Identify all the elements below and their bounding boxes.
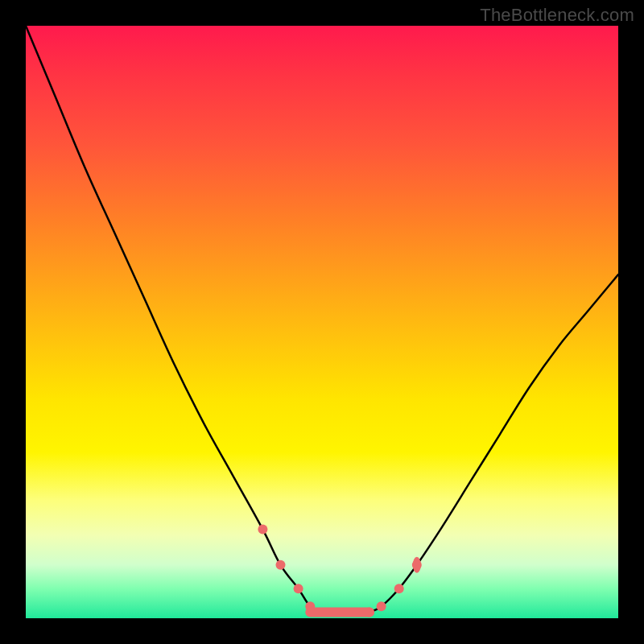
chart-curves-group <box>26 26 618 617</box>
dot-smear-icon <box>413 557 421 573</box>
dot-right-highlight-dots <box>377 601 386 611</box>
curve-right-curve <box>369 275 618 612</box>
watermark-label: TheBottleneck.com <box>480 5 634 26</box>
dot-left-highlight-dots <box>294 584 303 593</box>
dot-right-highlight-dots <box>394 584 404 593</box>
chart-frame: TheBottleneck.com <box>0 0 644 644</box>
dot-left-highlight-dots <box>276 560 286 570</box>
dot-left-highlight-dots <box>258 525 267 535</box>
chart-svg <box>26 26 618 618</box>
plot-area <box>26 26 618 618</box>
band-bottom-band <box>305 608 374 617</box>
curve-left-curve <box>26 26 322 613</box>
